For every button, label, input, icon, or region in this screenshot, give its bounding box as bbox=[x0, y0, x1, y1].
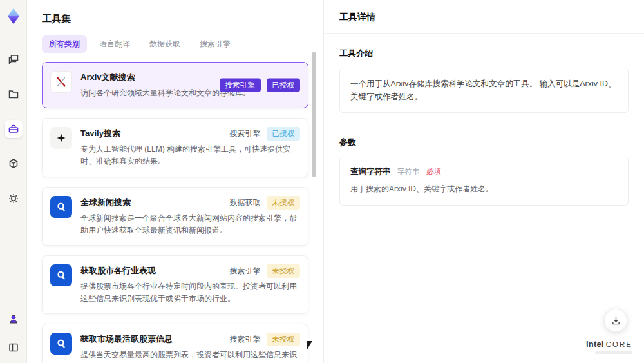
tab-translation[interactable]: 语言翻译 bbox=[92, 35, 137, 53]
app-logo bbox=[5, 8, 22, 25]
category-label: 搜索引擎 bbox=[230, 334, 261, 345]
param-type: 字符串 bbox=[397, 168, 420, 175]
category-label: 搜索引擎 bbox=[230, 266, 261, 277]
category-label: 数据获取 bbox=[230, 197, 261, 208]
tool-card-active-stocks[interactable]: 获取市场最活跃股票信息 提供当天交易量最高的股票列表，投资者可以利用这些信息来识… bbox=[42, 324, 308, 363]
blue-search-icon bbox=[50, 264, 72, 286]
auth-status-badge: 未授权 bbox=[267, 264, 301, 278]
params-heading: 参数 bbox=[339, 137, 629, 148]
tool-card-arxiv[interactable]: Arxiv文献搜索 访问各个研究领域大量科学论文和文章的存储库。 搜索引擎 已授… bbox=[42, 62, 308, 108]
arxiv-icon bbox=[50, 71, 72, 93]
mouse-cursor bbox=[307, 341, 312, 351]
app-window: 工具集 所有类别 语言翻译 数据获取 搜索引擎 Arxiv文献搜索 访问各个研究… bbox=[0, 0, 644, 363]
download-icon bbox=[611, 315, 621, 326]
rail-nav bbox=[5, 50, 23, 208]
tavily-sparkle-icon bbox=[50, 127, 72, 149]
tool-cards: Arxiv文献搜索 访问各个研究领域大量科学论文和文章的存储库。 搜索引擎 已授… bbox=[42, 62, 308, 363]
tool-detail-panel: 工具详情 工具介绍 一个用于从Arxiv存储库搜索科学论文和文章的工具。 输入可… bbox=[323, 0, 644, 363]
page-title: 工具集 bbox=[42, 13, 323, 25]
tool-description: 提供当天交易量最高的股票列表，投资者可以利用这些信息来识别流动性强的股票和潜在的… bbox=[80, 349, 300, 363]
user-avatar-icon[interactable] bbox=[5, 310, 23, 328]
tool-description: 专为人工智能代理 (LLM) 构建的搜索引擎工具，可快速提供实时、准确和真实的结… bbox=[80, 143, 300, 168]
blue-search-icon bbox=[50, 196, 72, 218]
tool-card-tavily[interactable]: Tavily搜索 专为人工智能代理 (LLM) 构建的搜索引擎工具，可快速提供实… bbox=[42, 118, 308, 177]
detail-title: 工具详情 bbox=[324, 0, 644, 34]
auth-status-badge: 已授权 bbox=[267, 127, 301, 141]
chat-icon[interactable] bbox=[5, 50, 23, 68]
download-button[interactable] bbox=[604, 309, 627, 332]
param-required-badge: 必填 bbox=[426, 168, 441, 175]
auth-status-badge: 未授权 bbox=[267, 333, 301, 346]
tab-search-engine[interactable]: 搜索引擎 bbox=[193, 35, 238, 53]
blue-search-icon bbox=[50, 333, 72, 355]
category-label: 搜索引擎 bbox=[230, 128, 261, 139]
tool-card-global-news[interactable]: 全球新闻搜索 全球新闻搜索是一个聚合全球各大新闻网站内容的搜索引擎，帮助用户快速… bbox=[42, 187, 308, 246]
left-rail bbox=[0, 0, 27, 363]
cube-icon[interactable] bbox=[5, 155, 23, 173]
gear-icon[interactable] bbox=[5, 190, 23, 208]
tab-data-fetch[interactable]: 数据获取 bbox=[142, 35, 187, 53]
intro-heading: 工具介绍 bbox=[339, 48, 629, 59]
tool-description: 提供股票市场各个行业在特定时间段内的表现。投资者可以利用这些信息来识别表现优于或… bbox=[80, 280, 300, 305]
rail-bottom bbox=[5, 310, 23, 357]
auth-status-badge: 未授权 bbox=[267, 196, 301, 210]
tab-all-categories[interactable]: 所有类别 bbox=[42, 35, 87, 53]
list-scrollbar[interactable] bbox=[312, 52, 316, 177]
category-tabs: 所有类别 语言翻译 数据获取 搜索引擎 bbox=[42, 35, 323, 53]
tools-list-panel: 工具集 所有类别 语言翻译 数据获取 搜索引擎 Arxiv文献搜索 访问各个研究… bbox=[27, 0, 323, 363]
intel-core-logo: intelCORE bbox=[586, 338, 632, 354]
section-divider bbox=[324, 126, 644, 126]
folder-icon[interactable] bbox=[5, 85, 23, 103]
param-name: 查询字符串 bbox=[350, 167, 391, 176]
tool-card-stock-sector[interactable]: 获取股市各行业表现 提供股票市场各个行业在特定时间段内的表现。投资者可以利用这些… bbox=[42, 255, 308, 314]
category-badge: 搜索引擎 bbox=[220, 79, 261, 92]
auth-status-badge: 已授权 bbox=[267, 79, 301, 92]
tool-intro-text: 一个用于从Arxiv存储库搜索科学论文和文章的工具。 输入可以是Arxiv ID… bbox=[339, 68, 629, 113]
toolbox-icon[interactable] bbox=[5, 120, 23, 138]
collapse-panel-icon[interactable] bbox=[5, 338, 23, 357]
param-description: 用于搜索的Arxiv ID、关键字或作者姓名。 bbox=[350, 184, 618, 195]
intel-core-sub-mark bbox=[595, 351, 632, 354]
parameter-card: 查询字符串 字符串 必填 用于搜索的Arxiv ID、关键字或作者姓名。 bbox=[339, 157, 629, 206]
tool-description: 全球新闻搜索是一个聚合全球各大新闻网站内容的搜索引擎，帮助用户快速获取全球最新资… bbox=[80, 212, 300, 237]
